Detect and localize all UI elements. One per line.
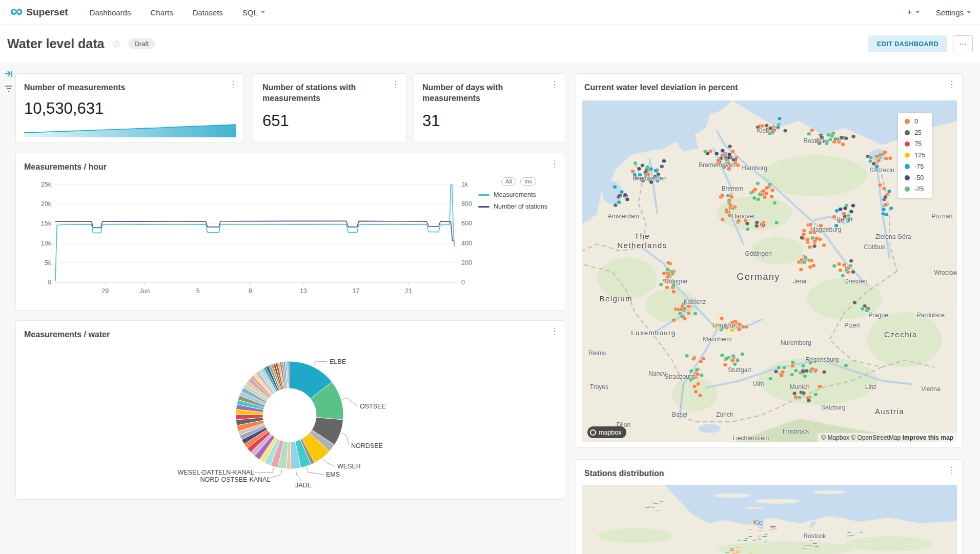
dashboard-canvas: Number of measurements ⋮ 10,530,631 Numb…	[0, 63, 980, 554]
legend-color-dot	[905, 130, 910, 135]
svg-text:400: 400	[461, 240, 472, 247]
stations-map[interactable]: KielRostock	[582, 485, 957, 554]
svg-text:800: 800	[461, 200, 472, 208]
card-measurements-per-hour: Measurements / hour ⋮ All Inv Measuremen…	[15, 153, 565, 311]
svg-text:JADE: JADE	[295, 482, 312, 489]
mapbox-logo[interactable]: mapbox	[587, 426, 626, 438]
legend-color-dot	[905, 187, 910, 192]
legend-label: -25	[914, 186, 924, 193]
svg-text:17: 17	[352, 288, 359, 295]
superset-logo[interactable]: ∞ Superset	[10, 7, 68, 18]
plus-icon: +	[907, 7, 912, 17]
legend-label: 75	[914, 140, 922, 148]
chart-title: Measurements / hour	[24, 161, 544, 172]
chevron-down-icon	[967, 11, 971, 13]
new-menu-button[interactable]: +	[907, 7, 920, 17]
kebab-menu-icon[interactable]: ⋮	[550, 159, 559, 168]
chart-title: Current water level deviation in percent	[584, 82, 942, 93]
filter-icon[interactable]	[5, 85, 13, 92]
map-attribution: © Mapbox © OpenStreetMap Improve this ma…	[818, 433, 957, 442]
card-number-of-stations: Number of stations with measurements ⋮ 6…	[254, 73, 406, 143]
svg-text:1k: 1k	[461, 181, 468, 188]
legend-label: 25	[914, 129, 922, 136]
legend-item-0[interactable]: 0	[905, 118, 925, 125]
svg-text:200: 200	[461, 259, 472, 266]
station-dots-layer	[582, 485, 957, 554]
measurements-hour-line-chart: 005k20010k40015k60020k80025k1k29Jun59131…	[16, 172, 566, 311]
kebab-menu-icon[interactable]: ⋮	[229, 80, 237, 89]
svg-text:5: 5	[196, 288, 200, 295]
legend-label: 125	[914, 152, 925, 159]
improve-map-link[interactable]: Improve this map	[903, 434, 953, 441]
legend-color-dot	[905, 164, 910, 169]
svg-text:OSTSEE: OSTSEE	[360, 403, 386, 410]
deviation-map[interactable]: KielRostockSzczecinBremerhavenHamburgLee…	[582, 100, 957, 442]
card-title: Number of stations with measurements	[262, 82, 385, 104]
page-title: Water level data	[7, 36, 104, 51]
top-navbar: ∞ Superset DashboardsChartsDatasetsSQL +…	[0, 0, 980, 25]
card-number-of-measurements: Number of measurements ⋮ 10,530,631	[15, 73, 244, 143]
svg-text:Jun: Jun	[139, 288, 150, 295]
legend-label: -75	[914, 163, 924, 170]
kebab-menu-icon[interactable]: ⋮	[550, 80, 559, 89]
nav-item-label: Charts	[150, 8, 173, 17]
card-title: Number of measurements	[24, 82, 223, 93]
nav-item-label: Dashboards	[90, 8, 131, 17]
svg-text:20k: 20k	[41, 200, 52, 208]
legend-item-75[interactable]: 75	[905, 140, 925, 148]
settings-label: Settings	[936, 8, 964, 17]
draft-badge: Draft	[128, 38, 155, 49]
svg-text:WESER: WESER	[337, 463, 361, 470]
svg-text:600: 600	[461, 220, 472, 227]
chevron-down-icon	[261, 11, 265, 13]
svg-text:WESEL-DATTELN-KANAL: WESEL-DATTELN-KANAL	[177, 469, 254, 476]
favorite-star-icon[interactable]: ☆	[112, 38, 121, 50]
card-water-level-deviation-map: Current water level deviation in percent…	[576, 73, 963, 448]
kebab-menu-icon[interactable]: ⋮	[550, 327, 559, 336]
svg-text:13: 13	[300, 288, 307, 295]
legend-color-dot	[905, 153, 910, 158]
edit-dashboard-button[interactable]: EDIT DASHBOARD	[868, 35, 947, 52]
mapbox-wordmark: mapbox	[599, 429, 621, 436]
card-title: Number of days with measurements	[422, 82, 544, 104]
big-number-value: 651	[262, 112, 289, 130]
svg-text:5k: 5k	[45, 259, 52, 266]
nav-item-charts[interactable]: Charts	[150, 8, 173, 17]
svg-text:EMS: EMS	[326, 471, 340, 478]
big-number-value: 10,530,631	[24, 99, 104, 118]
navbar-right: + Settings	[907, 7, 971, 17]
legend-item--25[interactable]: -25	[905, 186, 925, 193]
settings-menu-button[interactable]: Settings	[936, 8, 971, 17]
nav-item-label: SQL	[242, 8, 258, 17]
svg-text:NORDSEE: NORDSEE	[351, 442, 383, 449]
collapsed-filter-bar	[0, 70, 17, 92]
chevron-down-icon	[915, 11, 920, 13]
nav-item-dashboards[interactable]: Dashboards	[90, 8, 131, 17]
legend-item--50[interactable]: -50	[905, 174, 925, 181]
legend-color-dot	[905, 175, 910, 180]
legend-label: 0	[914, 118, 918, 125]
svg-text:0: 0	[48, 279, 51, 286]
nav-item-label: Datasets	[193, 8, 223, 17]
legend-item-25[interactable]: 25	[905, 129, 925, 136]
nav-item-datasets[interactable]: Datasets	[193, 8, 223, 17]
expand-filter-bar-icon[interactable]	[5, 70, 13, 78]
svg-text:21: 21	[405, 288, 412, 295]
svg-text:0: 0	[461, 279, 465, 286]
svg-text:10k: 10k	[41, 240, 52, 247]
card-stations-distribution: Stations distribution ⋮ KielRostock	[576, 459, 963, 554]
nav-item-sql[interactable]: SQL	[242, 8, 265, 17]
more-actions-button[interactable]: ⋯	[953, 35, 973, 52]
legend-item-125[interactable]: 125	[905, 152, 925, 159]
card-measurements-per-water: Measurements / water ⋮ ELBEOSTSEENORDSEE…	[15, 320, 565, 500]
chart-title: Measurements / water	[24, 329, 544, 340]
svg-text:NORD-OSTSEE-KANAL: NORD-OSTSEE-KANAL	[200, 476, 271, 483]
map-legend: 02575125-75-50-25	[898, 113, 932, 198]
kebab-menu-icon[interactable]: ⋮	[947, 80, 956, 89]
big-number-value: 31	[422, 112, 440, 130]
mapbox-logo-icon	[590, 429, 596, 436]
kebab-menu-icon[interactable]: ⋮	[947, 466, 956, 475]
legend-item--75[interactable]: -75	[905, 163, 925, 170]
kebab-menu-icon[interactable]: ⋮	[391, 80, 400, 89]
dashboard-header: Water level data ☆ Draft EDIT DASHBOARD …	[0, 25, 980, 63]
